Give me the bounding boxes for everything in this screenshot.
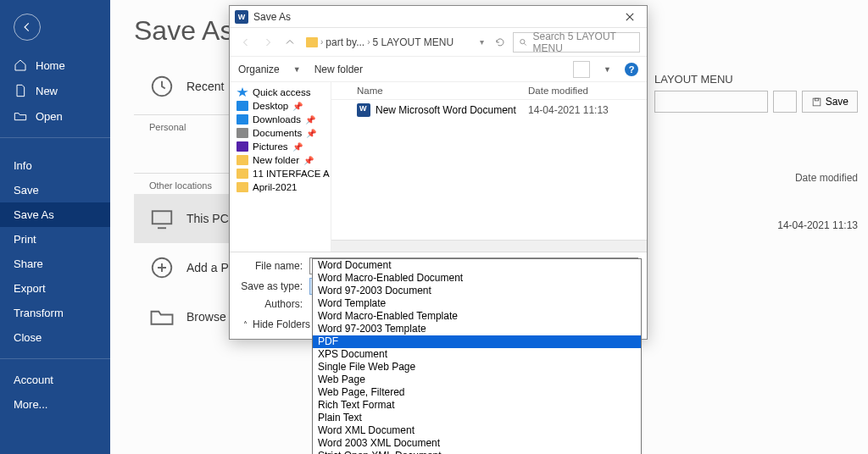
- tree-downloads[interactable]: Downloads📌: [230, 113, 331, 126]
- filetype-option[interactable]: XPS Document: [313, 348, 641, 361]
- word-app-icon: W: [235, 10, 248, 24]
- refresh-button[interactable]: [491, 33, 509, 52]
- dialog-title: Save As: [253, 11, 618, 23]
- file-icon: [14, 84, 27, 97]
- view-button[interactable]: [573, 61, 590, 78]
- saveastype-options-list: Word DocumentWord Macro-Enabled Document…: [312, 258, 642, 454]
- right-save-button[interactable]: Save: [802, 91, 858, 113]
- filetype-option[interactable]: Word Macro-Enabled Template: [313, 310, 641, 323]
- filetype-option[interactable]: Rich Text Format: [313, 399, 641, 412]
- svg-rect-1: [153, 211, 172, 224]
- filetype-option[interactable]: Plain Text: [313, 412, 641, 424]
- nav-print[interactable]: Print: [0, 227, 110, 252]
- save-icon: [811, 97, 822, 108]
- back-button[interactable]: [14, 14, 41, 41]
- help-button[interactable]: ?: [625, 63, 638, 76]
- search-icon: [519, 37, 527, 47]
- nav-new[interactable]: New: [0, 78, 110, 103]
- file-row[interactable]: New Microsoft Word Document 14-04-2021 1…: [331, 100, 647, 120]
- right-pane-heading: LAYOUT MENU: [654, 73, 858, 86]
- filename-label: File name:: [238, 260, 309, 272]
- folder-icon: [306, 37, 318, 47]
- backstage-sidebar: Home New Open Info Save Save As Print Sh…: [0, 0, 110, 454]
- nav-share[interactable]: Share: [0, 252, 110, 276]
- right-pane: LAYOUT MENU Save Date modified 14-04-202…: [654, 73, 858, 231]
- breadcrumb[interactable]: › part by... › 5 LAYOUT MENU ▾: [303, 32, 487, 53]
- nav-save[interactable]: Save: [0, 178, 110, 202]
- pc-icon: [149, 206, 175, 231]
- tree-quick-access[interactable]: Quick access: [230, 86, 331, 99]
- arrow-up-icon: [285, 37, 295, 47]
- browse-icon: [149, 304, 175, 329]
- organize-button[interactable]: Organize: [238, 64, 280, 75]
- arrow-right-icon: [263, 37, 273, 47]
- folder-open-icon: [14, 109, 27, 123]
- filetype-option[interactable]: PDF: [313, 335, 641, 348]
- filetype-option[interactable]: Web Page: [313, 374, 641, 386]
- filetype-option[interactable]: Web Page, Filtered: [313, 386, 641, 399]
- right-filename-input[interactable]: [654, 91, 768, 113]
- tree-april[interactable]: April-2021: [230, 180, 331, 194]
- filetype-option[interactable]: Single File Web Page: [313, 361, 641, 374]
- filetype-option[interactable]: Word Template: [313, 297, 641, 310]
- dialog-close-button[interactable]: [618, 8, 642, 26]
- refresh-icon: [495, 37, 505, 47]
- filetype-option[interactable]: Word 97-2003 Template: [313, 323, 641, 335]
- new-folder-button[interactable]: New folder: [314, 64, 363, 75]
- filetype-option[interactable]: Word 2003 XML Document: [313, 437, 641, 450]
- nav-home[interactable]: Home: [0, 53, 110, 78]
- right-filetype-dropdown[interactable]: [773, 91, 797, 113]
- nav-new-label: New: [36, 85, 58, 97]
- nav-transform[interactable]: Transform: [0, 301, 110, 325]
- nav-more[interactable]: More...: [0, 392, 110, 417]
- folder-tree: Quick access Desktop📌 Downloads📌 Documen…: [230, 82, 331, 252]
- svg-rect-3: [813, 98, 821, 106]
- tree-interface[interactable]: 11 INTERFACE A: [230, 167, 331, 180]
- filetype-option[interactable]: Word Document: [313, 259, 641, 272]
- filetype-option[interactable]: Word XML Document: [313, 424, 641, 437]
- clock-icon: [149, 74, 175, 99]
- right-col-date-header: Date modified: [654, 172, 858, 184]
- saveastype-label: Save as type:: [238, 280, 309, 292]
- filetype-option[interactable]: Strict Open XML Document: [313, 450, 641, 454]
- svg-point-5: [520, 39, 525, 43]
- home-icon: [14, 58, 27, 72]
- filetype-option[interactable]: Word 97-2003 Document: [313, 285, 641, 297]
- right-file-date: 14-04-2021 11:13: [654, 219, 858, 231]
- tree-new-folder[interactable]: New folder📌: [230, 153, 331, 167]
- nav-back-button[interactable]: [236, 33, 255, 52]
- tree-pictures[interactable]: Pictures📌: [230, 140, 331, 153]
- authors-label: Authors:: [238, 298, 309, 310]
- nav-export[interactable]: Export: [0, 276, 110, 301]
- nav-forward-button[interactable]: [259, 33, 277, 52]
- col-name[interactable]: Name: [357, 86, 528, 96]
- word-file-icon: [357, 103, 370, 117]
- nav-home-label: Home: [36, 59, 65, 72]
- nav-open-label: Open: [36, 110, 63, 123]
- tree-documents[interactable]: Documents📌: [230, 126, 331, 140]
- nav-up-button[interactable]: [281, 33, 299, 52]
- add-place-icon: [149, 255, 175, 280]
- arrow-left-icon: [241, 37, 251, 47]
- close-icon: [626, 13, 634, 21]
- svg-rect-4: [815, 98, 818, 101]
- col-date[interactable]: Date modified: [528, 86, 638, 96]
- horizontal-scrollbar[interactable]: [331, 240, 647, 252]
- arrow-left-icon: [21, 21, 33, 33]
- search-input[interactable]: Search 5 LAYOUT MENU: [513, 32, 640, 53]
- nav-save-as[interactable]: Save As: [0, 202, 110, 227]
- nav-account[interactable]: Account: [0, 368, 110, 392]
- nav-close[interactable]: Close: [0, 325, 110, 350]
- nav-open[interactable]: Open: [0, 103, 110, 129]
- tree-desktop[interactable]: Desktop📌: [230, 99, 331, 113]
- filetype-option[interactable]: Word Macro-Enabled Document: [313, 272, 641, 285]
- nav-info[interactable]: Info: [0, 153, 110, 178]
- file-list-pane: Name Date modified New Microsoft Word Do…: [331, 82, 647, 252]
